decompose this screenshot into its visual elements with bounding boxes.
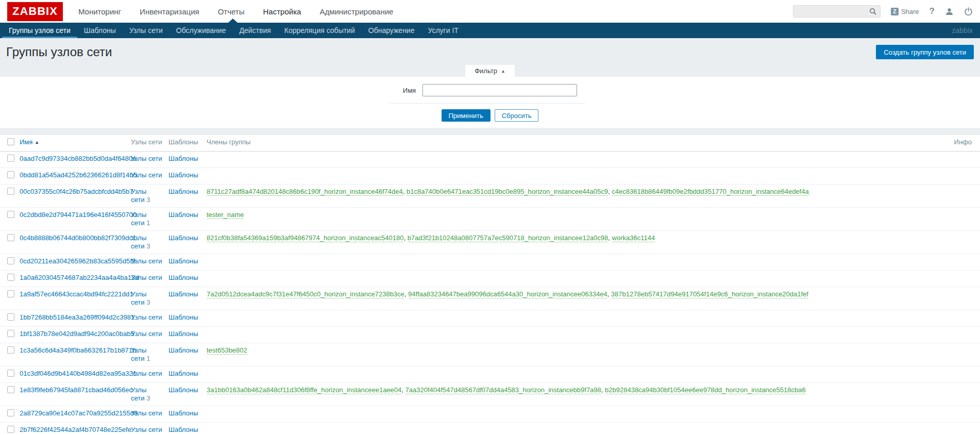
- hosts-link[interactable]: Узлы сети: [131, 257, 162, 265]
- templates-link[interactable]: Шаблоны: [168, 346, 198, 354]
- hosts-link[interactable]: Узлы сети: [131, 171, 162, 179]
- templates-link[interactable]: Шаблоны: [168, 274, 198, 281]
- templates-link[interactable]: Шаблоны: [168, 370, 198, 377]
- group-name-link[interactable]: 0c4b8888b06744d0b800bb82f7309dc1: [20, 234, 136, 242]
- main-menu-item[interactable]: Администрирование: [319, 7, 393, 16]
- row-checkbox[interactable]: [7, 188, 14, 195]
- subnav-item[interactable]: Обслуживание: [170, 23, 233, 38]
- row-checkbox[interactable]: [7, 330, 14, 337]
- group-name-link[interactable]: 1bf1387b78e042d9adf94c200ac0bab5: [20, 330, 134, 338]
- main-menu-item[interactable]: Мониторинг: [78, 7, 121, 16]
- filter-name-input[interactable]: [423, 84, 577, 96]
- row-checkbox[interactable]: [7, 171, 14, 178]
- main-menu-item[interactable]: Отчеты: [218, 7, 245, 16]
- group-name-link[interactable]: 2b7f6226f42544a2af4b70748e225efe: [20, 426, 131, 433]
- row-checkbox[interactable]: [7, 370, 14, 377]
- main-menu-item[interactable]: Настройка: [263, 7, 301, 16]
- hosts-link[interactable]: Узлы сети: [131, 274, 162, 281]
- member-host-link[interactable]: 8711c27adf8a474d820148c86b6c190f_horizon…: [207, 188, 403, 196]
- group-name-link[interactable]: 0bdd81a545ad4252b62366261d8f14b5: [20, 171, 137, 179]
- templates-link[interactable]: Шаблоны: [168, 313, 198, 321]
- group-name-link[interactable]: 1a0a620304574687ab2234aa4a4ba13d: [20, 274, 139, 281]
- member-host-link[interactable]: b2b928438ca94b30bf1054ee6ee978dd_horizon…: [605, 386, 806, 394]
- share-button[interactable]: Z Share: [891, 8, 919, 15]
- row-checkbox[interactable]: [7, 313, 14, 321]
- templates-link[interactable]: Шаблоны: [168, 426, 198, 433]
- apply-button[interactable]: Применить: [442, 109, 491, 122]
- subnav-item[interactable]: Действия: [232, 23, 277, 38]
- group-name-link[interactable]: 01c3df046d9b4140b4984d82ea95a321: [20, 370, 137, 377]
- group-name-link[interactable]: 1c3a56c6d4a349f0ba6632617b1b871b: [20, 346, 136, 354]
- templates-link[interactable]: Шаблоны: [168, 188, 198, 195]
- group-name-link[interactable]: 1bb7268bb5184ea3a269ff094d2c3981: [20, 313, 134, 321]
- member-host-link[interactable]: 7aa320f404f547d48567df07dd4a4583_horizon…: [405, 386, 601, 394]
- templates-link[interactable]: Шаблоны: [168, 211, 198, 219]
- zabbix-logo[interactable]: ZABBIX: [7, 2, 63, 21]
- row-checkbox[interactable]: [7, 426, 14, 433]
- member-host-link[interactable]: b1c8a740b0e6471eac351cd19bc0e895_horizon…: [407, 188, 608, 196]
- row-checkbox[interactable]: [7, 409, 14, 416]
- member-host-link[interactable]: test653be802: [207, 346, 247, 355]
- user-profile-icon[interactable]: [945, 7, 954, 16]
- subnav-item[interactable]: Корреляция событий: [278, 23, 362, 38]
- table-row: 1e83f9feb67945fa8871cbad46d056ecУзлы сет…: [0, 383, 980, 406]
- subnav-item[interactable]: Шаблоны: [77, 23, 123, 38]
- logout-power-icon[interactable]: [964, 7, 973, 16]
- select-all-checkbox[interactable]: [7, 138, 14, 145]
- templates-link[interactable]: Шаблоны: [168, 171, 198, 179]
- hosts-link[interactable]: Узлы сети: [131, 370, 162, 377]
- group-name-link[interactable]: 0cd20211ea304265962b83ca5595d5f9: [20, 257, 136, 265]
- subnav-item[interactable]: Группы узлов сети: [2, 23, 77, 38]
- filter-tab-label: Фильтр: [475, 67, 497, 75]
- group-name-link[interactable]: 1e83f9feb67945fa8871cbad46d056ec: [20, 386, 132, 394]
- global-search[interactable]: [793, 5, 881, 18]
- create-host-group-button[interactable]: Создать группу узлов сети: [876, 45, 974, 59]
- templates-link[interactable]: Шаблоны: [168, 155, 198, 162]
- member-host-link[interactable]: 3a1bb0163a0b462a848cf11d306f8ffe_horizon…: [207, 386, 401, 394]
- templates-link[interactable]: Шаблоны: [168, 234, 198, 242]
- templates-link[interactable]: Шаблоны: [168, 330, 198, 338]
- config-sub-nav: Группы узлов сетиШаблоныУзлы сетиОбслужи…: [0, 23, 980, 38]
- hosts-link[interactable]: Узлы сети: [131, 409, 162, 417]
- templates-link[interactable]: Шаблоны: [168, 290, 198, 298]
- subnav-item[interactable]: Узлы сети: [123, 23, 170, 38]
- templates-link[interactable]: Шаблоны: [168, 257, 198, 265]
- group-name-link[interactable]: 1a9af57ec46643ccac4bd94fc2221dd1: [20, 290, 133, 298]
- templates-link[interactable]: Шаблоны: [168, 409, 198, 417]
- group-name-link[interactable]: 0c2dbd8e2d794471a196e416f4550700: [20, 211, 137, 219]
- templates-link[interactable]: Шаблоны: [168, 386, 198, 394]
- search-icon[interactable]: [869, 8, 877, 15]
- hosts-link[interactable]: Узлы сети: [131, 155, 162, 162]
- member-host-link[interactable]: 94ffaa83234647bea99096dca6544a30_horizon…: [408, 290, 607, 298]
- member-host-link[interactable]: c4ec83618b86449fb09e2fbddd351770_horizon…: [612, 188, 808, 196]
- reset-button[interactable]: Сбросить: [495, 109, 539, 122]
- member-host-link[interactable]: worka36c1144: [612, 234, 655, 242]
- member-host-link[interactable]: 7a2d0512dcea4adc9c7f31e47f6450c0_horizon…: [207, 290, 404, 298]
- row-checkbox[interactable]: [7, 155, 14, 162]
- row-checkbox[interactable]: [7, 290, 14, 297]
- group-name-link[interactable]: 2a8729ca90e14c07ac70a9255d2155d8: [20, 409, 138, 417]
- member-host-link[interactable]: tester_name: [207, 211, 244, 219]
- subnav-item[interactable]: Услуги IT: [421, 23, 465, 38]
- main-menu-item[interactable]: Инвентаризация: [140, 7, 199, 16]
- hosts-link[interactable]: Узлы сети: [131, 313, 162, 321]
- member-host-link[interactable]: b7ad3f21b10248a0807757a7ec590718_horizon…: [408, 234, 609, 242]
- member-host-link[interactable]: 387b1278eb57417d94e917054f14e9c6_horizon…: [611, 290, 808, 298]
- row-checkbox[interactable]: [7, 234, 14, 241]
- members-cell: test653be802: [207, 343, 949, 366]
- group-name-link[interactable]: 0aad7c9d97334cb882bb5d0da4f6480a: [20, 155, 136, 162]
- help-icon[interactable]: ?: [930, 6, 935, 16]
- member-host-link[interactable]: 821cf0b38fa54369a159b3af94867974_horizon…: [207, 234, 403, 242]
- row-checkbox[interactable]: [7, 274, 14, 281]
- row-checkbox[interactable]: [7, 386, 14, 393]
- hosts-link[interactable]: Узлы сети: [131, 330, 162, 338]
- search-input[interactable]: [797, 8, 869, 15]
- group-name-link[interactable]: 00c037355c0f4c26b75adcbfcdd4b5b7: [20, 188, 133, 195]
- filter-tab[interactable]: Фильтр ▲: [465, 65, 515, 77]
- subnav-item[interactable]: Обнаружение: [362, 23, 421, 38]
- row-checkbox[interactable]: [7, 346, 14, 354]
- sort-by-name-link[interactable]: Имя: [20, 138, 32, 146]
- row-checkbox[interactable]: [7, 257, 14, 264]
- row-checkbox[interactable]: [7, 211, 14, 218]
- hosts-link[interactable]: Узлы сети: [131, 426, 162, 433]
